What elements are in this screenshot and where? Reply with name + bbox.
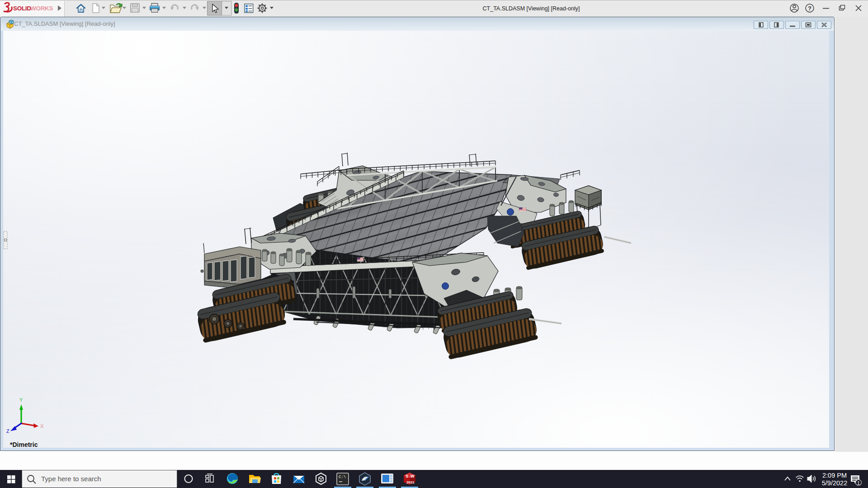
svg-text:Z: Z [6,428,9,434]
svg-text:Y: Y [19,397,23,403]
svg-text:X: X [40,423,44,429]
svg-text:*Dimetric: *Dimetric [10,441,38,448]
